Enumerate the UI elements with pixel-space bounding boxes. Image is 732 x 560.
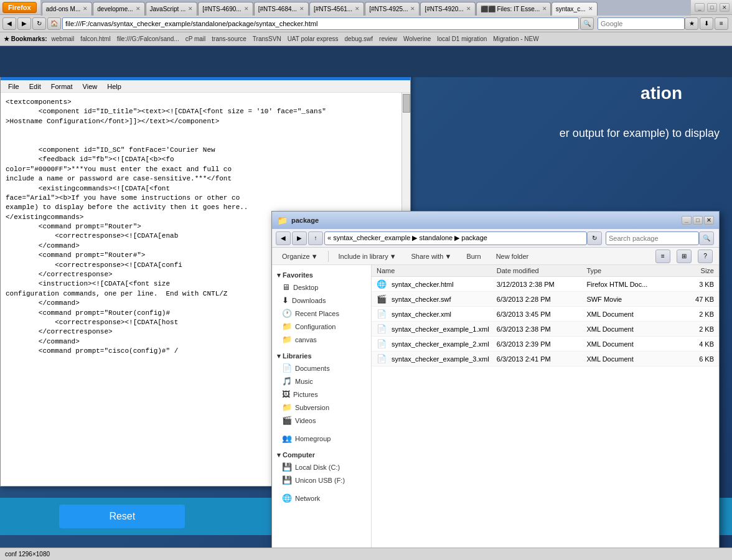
maximize-button[interactable]: □ bbox=[707, 3, 717, 12]
notepad-menu-file[interactable]: File bbox=[3, 80, 24, 93]
explorer-search[interactable] bbox=[606, 231, 699, 245]
libraries-label: Libraries bbox=[283, 352, 311, 360]
include-in-library-button[interactable]: Include in library ▼ bbox=[334, 251, 401, 261]
bookmark-item-7[interactable]: debug.swf bbox=[343, 35, 375, 42]
network-icon: 🌐 bbox=[282, 493, 292, 503]
back-button[interactable]: ◀ bbox=[2, 17, 16, 30]
library-item-0[interactable]: 📄Documents bbox=[272, 362, 371, 375]
file-row[interactable]: 🌐 syntax_checker.html 3/12/2013 2:38 PM … bbox=[372, 277, 719, 292]
favorites-item-0[interactable]: 🖥Desktop bbox=[272, 281, 371, 294]
bookmark-item-6[interactable]: UAT polar express bbox=[286, 35, 340, 42]
address-bar[interactable] bbox=[62, 17, 579, 30]
file-row[interactable]: 📄 syntax_checker_example_1.xml 6/3/2013 … bbox=[372, 322, 719, 337]
bookmark-item-1[interactable]: falcon.html bbox=[78, 35, 112, 42]
notepad-menu-format[interactable]: Format bbox=[46, 80, 78, 93]
explorer-up[interactable]: ↑ bbox=[308, 231, 323, 245]
tab-close-icon[interactable]: ✕ bbox=[588, 6, 593, 12]
file-row[interactable]: 📄 syntax_checker.xml 6/3/2013 3:45 PM XM… bbox=[372, 307, 719, 322]
explorer-refresh[interactable]: ↻ bbox=[587, 231, 602, 245]
tab-close-icon[interactable]: ✕ bbox=[542, 6, 547, 12]
settings-icon[interactable]: ≡ bbox=[715, 17, 728, 30]
download-icon[interactable]: ⬇ bbox=[700, 17, 713, 30]
explorer-back[interactable]: ◀ bbox=[276, 231, 291, 245]
minimize-button[interactable]: _ bbox=[695, 3, 705, 12]
favorites-item-3[interactable]: 📁Configuration bbox=[272, 320, 371, 333]
computer-item-0[interactable]: 💾Local Disk (C:) bbox=[272, 460, 371, 474]
explorer-forward[interactable]: ▶ bbox=[292, 231, 307, 245]
tab-close-icon[interactable]: ✕ bbox=[466, 6, 471, 12]
explorer-maximize[interactable]: □ bbox=[693, 216, 703, 225]
tab-close-icon[interactable]: ✕ bbox=[244, 6, 249, 12]
bookmark-icon[interactable]: ★ bbox=[685, 17, 698, 30]
firefox-menu-button[interactable]: Firefox bbox=[2, 2, 37, 13]
breadcrumb-bar[interactable]: « syntax_checker_example ▶ standalone ▶ … bbox=[324, 231, 587, 245]
close-button[interactable]: ✕ bbox=[720, 3, 730, 12]
browser-tab-2[interactable]: JavaScript ...✕ bbox=[146, 2, 198, 16]
reload-button[interactable]: ↻ bbox=[32, 17, 46, 30]
browser-tab-5[interactable]: [#NTS-4561...✕ bbox=[309, 2, 364, 16]
browser-tab-4[interactable]: [#NTS-4684...✕ bbox=[254, 2, 309, 16]
bookmark-item-8[interactable]: review bbox=[377, 35, 399, 42]
file-name-4: 📄 syntax_checker_example_2.xml bbox=[377, 339, 497, 348]
folder-icon: 📁 bbox=[277, 215, 288, 225]
bookmark-item-2[interactable]: file:///G:/Falcon/sand... bbox=[115, 35, 181, 42]
column-size[interactable]: Size bbox=[677, 267, 714, 274]
library-item-2[interactable]: 🖼Pictures bbox=[272, 388, 371, 401]
file-row[interactable]: 📄 syntax_checker_example_2.xml 6/3/2013 … bbox=[372, 337, 719, 352]
computer-item-1[interactable]: 💾Unicon USB (F:) bbox=[272, 474, 371, 487]
notepad-menu-view[interactable]: View bbox=[78, 80, 103, 93]
browser-tab-6[interactable]: [#NTS-4925...✕ bbox=[365, 2, 420, 16]
tab-close-icon[interactable]: ✕ bbox=[355, 6, 360, 12]
favorites-item-1[interactable]: ⬇Downloads bbox=[272, 294, 371, 307]
notepad-menu-edit[interactable]: Edit bbox=[24, 80, 46, 93]
share-with-button[interactable]: Share with ▼ bbox=[406, 251, 457, 261]
file-row[interactable]: 🎬 syntax_checker.swf 6/3/2013 2:28 PM SW… bbox=[372, 292, 719, 307]
library-item-1[interactable]: 🎵Music bbox=[272, 375, 371, 388]
tab-close-icon[interactable]: ✕ bbox=[299, 6, 304, 12]
tab-close-icon[interactable]: ✕ bbox=[188, 6, 193, 12]
bookmark-item-3[interactable]: cP mail bbox=[184, 35, 208, 42]
browser-tab-3[interactable]: [#NTS-4690...✕ bbox=[198, 2, 253, 16]
browser-tab-0[interactable]: add-ons M...✕ bbox=[42, 2, 93, 16]
forward-button[interactable]: ▶ bbox=[17, 17, 31, 30]
notepad-menu-help[interactable]: Help bbox=[102, 80, 126, 93]
bookmark-item-10[interactable]: local D1 migration bbox=[435, 35, 489, 42]
home-button[interactable]: 🏠 bbox=[47, 17, 61, 30]
new-folder-button[interactable]: New folder bbox=[491, 251, 534, 261]
burn-button[interactable]: Burn bbox=[461, 251, 486, 261]
bookmark-item-4[interactable]: trans-source bbox=[210, 35, 248, 42]
library-item-4[interactable]: 🎬Videos bbox=[272, 414, 371, 427]
browser-tab-7[interactable]: [#NTS-4920...✕ bbox=[420, 2, 475, 16]
preview-pane-button[interactable]: ⊞ bbox=[677, 250, 692, 263]
browser-tab-9[interactable]: syntax_c...✕ bbox=[551, 2, 598, 16]
file-size-2: 2 KB bbox=[677, 310, 714, 318]
column-type[interactable]: Type bbox=[586, 267, 677, 274]
browser-tab-1[interactable]: developme...✕ bbox=[93, 2, 144, 16]
bookmark-item-0[interactable]: webmail bbox=[50, 35, 77, 42]
search-input[interactable] bbox=[598, 17, 685, 30]
file-size-1: 47 KB bbox=[677, 296, 714, 303]
column-name[interactable]: Name bbox=[377, 267, 497, 274]
library-item-3[interactable]: 📁Subversion bbox=[272, 401, 371, 414]
tab-close-icon[interactable]: ✕ bbox=[410, 6, 415, 12]
reset-button[interactable]: Reset bbox=[59, 505, 185, 528]
bookmark-item-5[interactable]: TransSVN bbox=[251, 35, 283, 42]
column-date[interactable]: Date modified bbox=[497, 267, 587, 274]
view-options-button[interactable]: ≡ bbox=[655, 250, 670, 263]
explorer-minimize[interactable]: _ bbox=[682, 216, 692, 225]
network-item[interactable]: 🌐 Network bbox=[272, 492, 371, 505]
tab-close-icon[interactable]: ✕ bbox=[83, 6, 88, 12]
bookmark-item-11[interactable]: Migration - NEW bbox=[491, 35, 540, 42]
organize-button[interactable]: Organize ▼ bbox=[277, 251, 323, 261]
explorer-close[interactable]: ✕ bbox=[704, 216, 714, 225]
tab-label: syntax_c... bbox=[556, 6, 586, 12]
help-button[interactable]: ? bbox=[698, 250, 713, 263]
browser-tab-8[interactable]: ⬛⬛ Files: IT Esse...✕ bbox=[476, 2, 551, 16]
homegroup-item[interactable]: 👥 Homegroup bbox=[272, 432, 371, 445]
favorites-item-4[interactable]: 📁canvas bbox=[272, 333, 371, 346]
explorer-search-btn[interactable]: 🔍 bbox=[699, 231, 714, 245]
file-row[interactable]: 📄 syntax_checker_example_3.xml 6/3/2013 … bbox=[372, 352, 719, 366]
bookmark-item-9[interactable]: Wolverine bbox=[401, 35, 433, 42]
favorites-item-2[interactable]: 🕐Recent Places bbox=[272, 307, 371, 320]
tab-close-icon[interactable]: ✕ bbox=[136, 6, 141, 12]
